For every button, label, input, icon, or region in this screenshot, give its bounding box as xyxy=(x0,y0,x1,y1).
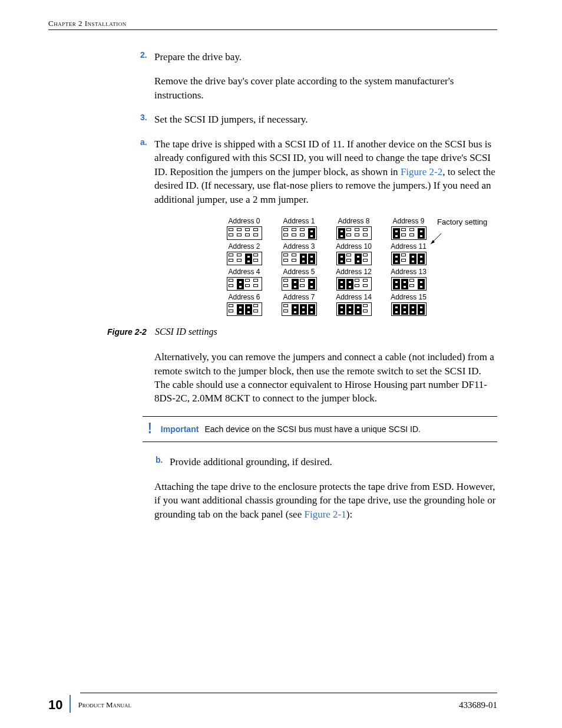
figure-2-1-link[interactable]: Figure 2-1 xyxy=(304,509,346,520)
step-3b: b. Provide additional grounding, if desi… xyxy=(170,455,497,469)
figure-2-2: Factory setting Address 0Address 1Addres… xyxy=(154,217,497,316)
address-cell: Address 4 xyxy=(219,268,269,291)
jumper-pin xyxy=(245,228,250,231)
jumper-on xyxy=(346,279,353,289)
jumper-block xyxy=(227,277,262,291)
address-cell: Address 13 xyxy=(384,268,434,291)
jumper-on xyxy=(401,279,408,289)
jumper-pin xyxy=(253,304,258,307)
jumper-block xyxy=(336,277,372,291)
jumper-pin xyxy=(245,284,250,287)
address-label: Address 8 xyxy=(338,217,369,225)
jumper-on xyxy=(308,304,315,315)
step-2-number: 2. xyxy=(140,50,147,60)
jumper-on xyxy=(418,253,425,264)
address-label: Address 0 xyxy=(228,217,260,225)
jumper-pin xyxy=(363,284,368,287)
address-label: Address 14 xyxy=(336,293,372,301)
jumper-on xyxy=(292,304,299,315)
footer-bar xyxy=(70,695,71,713)
address-cell: Address 6 xyxy=(219,293,269,316)
jumper-on xyxy=(300,304,307,315)
header-rule xyxy=(48,29,497,30)
jumper-on xyxy=(393,304,400,315)
figure-2-2-link[interactable]: Figure 2-2 xyxy=(401,166,442,177)
jumper-pin xyxy=(283,279,288,282)
jumper-pin xyxy=(283,233,288,236)
figure-caption: Figure 2-2 SCSI ID settings xyxy=(107,327,497,337)
important-message: Each device on the SCSI bus must have a … xyxy=(204,424,421,434)
jumper-pin xyxy=(355,284,359,287)
jumper-on xyxy=(338,253,345,264)
address-label: Address 3 xyxy=(283,242,315,251)
jumper-pin xyxy=(409,233,414,236)
page-number: 10 xyxy=(48,697,62,713)
jumper-on xyxy=(393,228,400,239)
jumper-pin xyxy=(229,279,233,282)
step-2-title: Prepare the drive bay. xyxy=(154,50,497,64)
jumper-block xyxy=(282,302,317,316)
jumper-on xyxy=(401,304,408,315)
jumper-pin xyxy=(253,279,258,282)
jumper-block xyxy=(391,226,427,240)
jumper-pin xyxy=(346,259,351,262)
jumper-on xyxy=(292,279,299,289)
jumper-on xyxy=(237,304,244,315)
address-cell: Address 9 xyxy=(384,217,434,240)
running-header: Chapter 2 Installation xyxy=(48,19,497,28)
jumper-pin xyxy=(237,233,242,236)
jumper-pin xyxy=(292,233,296,236)
address-cell: Address 2 xyxy=(219,242,269,265)
jumper-block xyxy=(391,252,427,265)
jumper-pin xyxy=(363,259,368,262)
address-label: Address 6 xyxy=(228,293,260,301)
figure-caption-num: Figure 2-2 xyxy=(107,327,147,337)
jumper-pin xyxy=(300,284,305,287)
jumper-pin xyxy=(363,304,368,307)
jumper-pin xyxy=(363,279,368,282)
jumper-pin xyxy=(401,259,406,262)
address-cell: Address 3 xyxy=(274,242,324,265)
step-3b-title: Provide additional grounding, if desired… xyxy=(170,455,497,469)
figure-caption-text: SCSI ID settings xyxy=(155,327,217,337)
jumper-pin xyxy=(363,253,368,256)
address-cell: Address 14 xyxy=(329,293,379,316)
jumper-on xyxy=(346,304,353,315)
jumper-on xyxy=(308,279,315,289)
jumper-pin xyxy=(245,279,250,282)
factory-setting-label: Factory setting xyxy=(437,218,487,226)
address-label: Address 4 xyxy=(228,268,260,276)
jumper-pin xyxy=(292,253,296,256)
jumper-block xyxy=(282,277,317,291)
step-2: 2. Prepare the drive bay. Remove the dri… xyxy=(154,50,497,102)
jumper-pin xyxy=(409,279,414,282)
jumper-pin xyxy=(355,279,359,282)
address-cell: Address 12 xyxy=(329,268,379,291)
address-cell: Address 15 xyxy=(384,293,434,316)
jumper-pin xyxy=(401,253,406,256)
important-bang-icon: ! xyxy=(146,423,154,436)
step-3a-para: The tape drive is shipped with a SCSI ID… xyxy=(154,137,497,206)
jumper-block xyxy=(336,252,372,265)
jumper-pin xyxy=(253,284,258,287)
footer-right: 433689-01 xyxy=(459,700,497,710)
jumper-pin xyxy=(292,259,296,262)
jumper-block xyxy=(336,302,372,316)
important-word: Important xyxy=(161,424,199,434)
jumper-pin xyxy=(346,233,351,236)
jumper-pin xyxy=(253,309,258,312)
jumper-pin xyxy=(229,228,233,231)
jumper-block xyxy=(336,226,372,240)
jumper-pin xyxy=(283,284,288,287)
page-footer: 10 Product Manual 433689-01 xyxy=(48,697,497,713)
jumper-pin xyxy=(355,228,359,231)
jumper-pin xyxy=(409,228,414,231)
jumper-pin xyxy=(363,309,368,312)
jumper-pin xyxy=(283,309,288,312)
step-3a: a. The tape drive is shipped with a SCSI… xyxy=(154,137,497,206)
jumper-on xyxy=(418,228,425,239)
address-cell: Address 8 xyxy=(329,217,379,240)
address-label: Address 5 xyxy=(283,268,315,276)
jumper-block xyxy=(282,252,317,265)
step-2-p1: Remove the drive bay's cover plate accor… xyxy=(154,74,497,102)
